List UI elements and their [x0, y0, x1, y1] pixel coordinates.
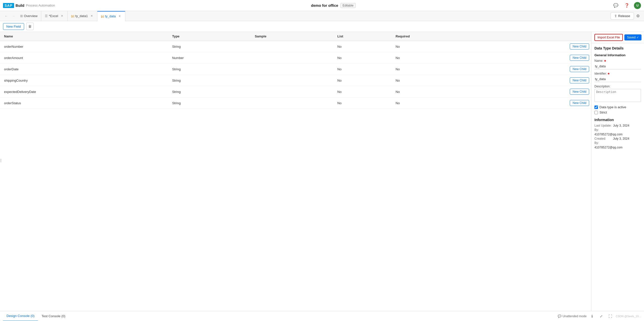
cell-sample-3 — [251, 75, 333, 86]
new-field-button[interactable]: New Field — [3, 23, 24, 30]
cell-name-3: shippingCountry — [0, 75, 168, 86]
top-bar-left: SAP Build Process Automation — [3, 3, 55, 8]
table-row: orderDate String No No New Child — [0, 64, 591, 75]
cell-required-2: No — [392, 64, 485, 75]
user-avatar[interactable]: U — [634, 2, 641, 9]
info-section-title: Information — [594, 118, 641, 122]
top-bar-right: 💬 ❓ U — [612, 2, 641, 10]
new-child-button-2[interactable]: New Child — [570, 66, 589, 72]
tab-bar-left: ← → ⊞ Overview ☰ *Excel ✕ [p] ty_data1 ✕… — [2, 11, 125, 21]
bottom-right: 💬 Unattended mode ℹ ⤢ ⛶ CSDN @Seels_10..… — [558, 313, 641, 320]
col-header-list: List — [333, 32, 391, 41]
chat-icon-btn[interactable]: 💬 — [612, 2, 620, 10]
strict-label: Strict — [599, 111, 607, 114]
tab-overview-label: Overview — [24, 14, 37, 18]
tab-bar-right: ⇧ Release ⚙ — [611, 12, 642, 20]
tab-ty-data1-close[interactable]: ✕ — [90, 14, 94, 18]
created-label: Created: — [594, 137, 612, 140]
active-checkbox[interactable] — [594, 105, 598, 109]
tab-nav-forward[interactable]: → — [10, 11, 17, 21]
col-header-sample: Sample — [251, 32, 333, 41]
by1-value: 410785272@qq.com — [594, 133, 623, 136]
by1-label: By: — [594, 128, 612, 132]
cell-sample-2 — [251, 64, 333, 75]
cell-name-2: orderDate — [0, 64, 168, 75]
last-update-label: Last Update: — [594, 124, 612, 127]
active-label: Data type is active — [599, 105, 626, 109]
strict-checkbox-row: Strict — [594, 111, 641, 114]
cell-list-2: No — [333, 64, 391, 75]
name-input[interactable] — [594, 63, 641, 69]
active-checkbox-row: Data type is active — [594, 105, 641, 109]
tab-excel[interactable]: ☰ *Excel ✕ — [41, 11, 68, 21]
created-value: July 3, 2024 — [613, 137, 629, 140]
tab-excel-close[interactable]: ✕ — [60, 14, 64, 18]
cell-required-4: No — [392, 86, 485, 97]
created-row: Created: July 3, 2024 — [594, 137, 641, 140]
tab-ty-data1[interactable]: [p] ty_data1 ✕ — [68, 11, 97, 21]
top-bar-center: demo for office Editable — [311, 3, 356, 8]
fullscreen-icon-btn[interactable]: ⛶ — [607, 313, 614, 320]
tab-overview[interactable]: ⊞ Overview — [17, 11, 41, 21]
test-console-tab[interactable]: Test Console (0) — [38, 311, 69, 321]
cell-list-5: No — [333, 97, 391, 109]
by2-row: By: 410785272@qq.com — [594, 141, 641, 149]
tab-nav-back[interactable]: ← — [2, 11, 10, 21]
name-required-star: ★ — [604, 59, 607, 63]
new-field-label: New Field — [6, 25, 21, 28]
cell-type-5: String — [168, 97, 251, 109]
tab-ty-data-close[interactable]: ✕ — [118, 14, 122, 18]
csdn-watermark: CSDN @Seels_10... — [616, 315, 641, 318]
identifier-label: Identifier: ★ — [594, 72, 641, 75]
description-label: Description: — [594, 85, 641, 88]
new-child-button-5[interactable]: New Child — [570, 100, 589, 106]
expand-icon-btn[interactable]: ⤢ — [598, 313, 605, 320]
identifier-input[interactable] — [594, 76, 641, 82]
main-content: Name Type Sample List Required orderNumb… — [0, 32, 644, 311]
cell-required-3: No — [392, 75, 485, 86]
last-update-row: Last Update: July 3, 2024 — [594, 124, 641, 127]
cell-sample-4 — [251, 86, 333, 97]
tab-overview-icon: ⊞ — [20, 14, 23, 18]
tab-excel-label: *Excel — [49, 14, 58, 18]
by2-label: By: — [594, 141, 612, 145]
col-header-type: Type — [168, 32, 251, 41]
right-panel: Import Excel File Saved ✓ Data Type Deta… — [591, 32, 644, 311]
info-icon-btn[interactable]: ℹ — [589, 313, 596, 320]
right-panel-header: Import Excel File Saved ✓ — [591, 32, 644, 43]
release-button[interactable]: ⇧ Release — [611, 12, 634, 20]
import-excel-button[interactable]: Import Excel File — [594, 34, 623, 41]
cell-list-3: No — [333, 75, 391, 86]
new-child-button-3[interactable]: New Child — [570, 77, 589, 83]
forward-icon: → — [12, 14, 15, 18]
unattended-label: 💬 Unattended mode — [558, 314, 586, 318]
project-title: demo for office — [311, 3, 338, 8]
description-textarea[interactable] — [594, 89, 641, 102]
delete-icon: 🗑 — [28, 24, 32, 28]
right-panel-body: Data Type Details General Information Na… — [591, 43, 644, 311]
saved-button[interactable]: Saved ✓ — [624, 34, 641, 40]
table-row: orderStatus String No No New Child — [0, 97, 591, 109]
new-child-button-0[interactable]: New Child — [570, 43, 589, 49]
cell-required-0: No — [392, 41, 485, 52]
unattended-icon: 💬 — [558, 314, 561, 318]
unattended-text: Unattended mode — [562, 314, 586, 318]
col-header-name: Name — [0, 32, 168, 41]
settings-icon-btn[interactable]: ⚙ — [634, 12, 642, 20]
cell-name-1: orderAmount — [0, 52, 168, 64]
general-section-heading: General Information — [594, 53, 641, 57]
strict-checkbox[interactable] — [594, 111, 598, 114]
release-label: Release — [618, 14, 630, 18]
new-child-button-4[interactable]: New Child — [570, 89, 589, 95]
cell-type-2: String — [168, 64, 251, 75]
tab-ty-data1-icon: [p] — [71, 15, 74, 18]
tab-ty-data-label: ty_data — [105, 14, 116, 18]
design-console-tab[interactable]: Design Console (0) — [3, 311, 38, 321]
panel-title: Data Type Details — [594, 46, 641, 50]
tab-ty-data[interactable]: [p] ty_data ✕ — [97, 11, 125, 21]
help-icon-btn[interactable]: ❓ — [623, 2, 631, 10]
delete-icon-btn[interactable]: 🗑 — [26, 23, 34, 30]
saved-check-icon: ✓ — [636, 36, 639, 39]
new-child-button-1[interactable]: New Child — [570, 55, 589, 61]
sap-logo-text: SAP — [3, 3, 14, 8]
